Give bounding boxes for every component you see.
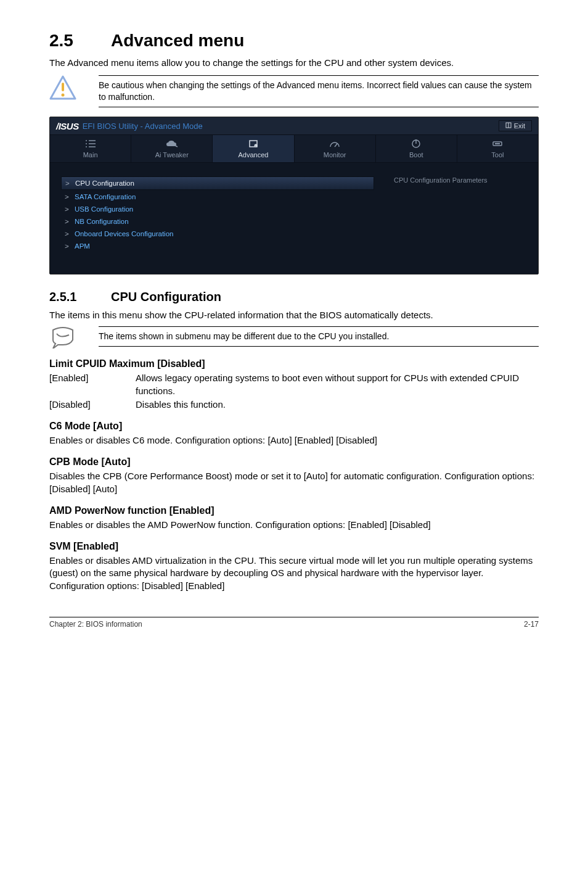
menu-item-label: Onboard Devices Configuration — [75, 230, 173, 237]
svg-rect-18 — [495, 143, 500, 144]
menu-item-onboard-devices[interactable]: > Onboard Devices Configuration — [61, 228, 374, 240]
svg-point-2 — [62, 94, 65, 97]
help-text: CPU Configuration Parameters — [394, 176, 529, 184]
option-value: Allows legacy operating systems to boot … — [136, 372, 539, 397]
note-icon — [49, 326, 86, 349]
tab-main[interactable]: Main — [50, 135, 131, 162]
warning-icon — [49, 75, 86, 100]
cloud-icon — [131, 138, 212, 150]
bios-tabs: Main Ai Tweaker i Advanced Monitor — [50, 135, 538, 163]
tab-ai-tweaker[interactable]: Ai Tweaker — [131, 135, 213, 162]
menu-item-label: APM — [75, 242, 90, 250]
option-body-c6: Enables or disables C6 mode. Configurati… — [49, 434, 539, 447]
menu-item-nb-configuration[interactable]: > NB Configuration — [61, 215, 374, 228]
chevron-right-icon: > — [65, 179, 71, 187]
option-body-powernow: Enables or disables the AMD PowerNow fun… — [49, 519, 539, 531]
menu-item-apm[interactable]: > APM — [61, 240, 374, 252]
bios-header: /ISUS EFI BIOS Utility - Advanced Mode E… — [50, 117, 538, 135]
option-heading-c6: C6 Mode [Auto] — [49, 421, 539, 432]
tab-label: Main — [50, 151, 131, 159]
section-number: 2.5 — [49, 31, 111, 51]
section-title-text: Advanced menu — [111, 31, 244, 50]
option-key: [Enabled] — [49, 372, 136, 397]
note-text: The items shown in submenu may be differ… — [99, 326, 539, 347]
option-row: [Disabled] Disables this function. — [49, 398, 539, 411]
warning-text: Be cautious when changing the settings o… — [99, 75, 539, 107]
subsection-intro: The items in this menu show the CPU-rela… — [49, 309, 539, 321]
section-intro: The Advanced menu items allow you to cha… — [49, 57, 539, 69]
option-body-svm: Enables or disables AMD virtualization i… — [49, 555, 539, 592]
subsection-title-text: CPU Configuration — [111, 290, 221, 303]
tab-monitor[interactable]: Monitor — [295, 135, 376, 162]
tab-label: Ai Tweaker — [131, 151, 212, 159]
menu-item-usb-configuration[interactable]: > USB Configuration — [61, 203, 374, 215]
bios-logo: /ISUS — [56, 121, 79, 131]
bios-screenshot: /ISUS EFI BIOS Utility - Advanced Mode E… — [49, 117, 539, 274]
chevron-right-icon: > — [65, 242, 71, 250]
option-key: [Disabled] — [49, 398, 136, 411]
tool-icon — [457, 138, 538, 150]
chip-icon: i — [213, 138, 293, 150]
tab-boot[interactable]: Boot — [376, 135, 457, 162]
tab-label: Boot — [376, 151, 457, 159]
bios-menu-list: > CPU Configuration > SATA Configuration… — [50, 163, 385, 274]
chevron-right-icon: > — [65, 193, 71, 200]
chevron-right-icon: > — [65, 230, 71, 237]
option-row: [Enabled] Allows legacy operating system… — [49, 372, 539, 397]
tab-advanced[interactable]: i Advanced — [213, 135, 294, 162]
menu-item-cpu-configuration[interactable]: > CPU Configuration — [61, 176, 374, 190]
option-heading-svm: SVM [Enabled] — [49, 541, 539, 552]
warning-notice: Be cautious when changing the settings o… — [49, 75, 539, 107]
info-notice: The items shown in submenu may be differ… — [49, 326, 539, 349]
subsection-number: 2.5.1 — [49, 290, 111, 304]
subsection-heading: 2.5.1CPU Configuration — [49, 290, 539, 304]
menu-item-label: NB Configuration — [75, 218, 129, 225]
exit-icon — [505, 122, 512, 130]
menu-item-label: USB Configuration — [75, 205, 133, 213]
menu-item-label: SATA Configuration — [75, 193, 136, 200]
gauge-icon — [295, 138, 375, 150]
svg-line-14 — [335, 144, 337, 147]
menu-item-sata-configuration[interactable]: > SATA Configuration — [61, 191, 374, 203]
menu-item-label: CPU Configuration — [75, 179, 134, 187]
option-heading-powernow: AMD PowerNow function [Enabled] — [49, 505, 539, 516]
option-value: Disables this function. — [136, 398, 539, 411]
page-footer: Chapter 2: BIOS information 2-17 — [49, 617, 539, 629]
bios-header-title: EFI BIOS Utility - Advanced Mode — [83, 122, 203, 131]
tab-tool[interactable]: Tool — [457, 135, 538, 162]
option-body-cpb: Disables the CPB (Core Performance Boost… — [49, 470, 539, 495]
tab-label: Tool — [457, 151, 538, 159]
svg-rect-1 — [62, 83, 64, 91]
option-heading-limit-cpuid: Limit CPUID Maximum [Disabled] — [49, 358, 539, 369]
svg-text:i: i — [255, 144, 256, 147]
bios-help-panel: CPU Configuration Parameters — [385, 163, 538, 274]
section-heading: 2.5Advanced menu — [49, 31, 539, 51]
tab-label: Monitor — [295, 151, 375, 159]
footer-left: Chapter 2: BIOS information — [49, 620, 142, 629]
option-heading-cpb: CPB Mode [Auto] — [49, 456, 539, 468]
footer-right: 2-17 — [524, 620, 539, 629]
tab-label: Advanced — [213, 151, 293, 159]
list-icon — [50, 138, 131, 150]
exit-button[interactable]: Exit — [499, 120, 532, 131]
chevron-right-icon: > — [65, 205, 71, 213]
power-icon — [376, 138, 457, 150]
exit-label: Exit — [514, 122, 525, 130]
chevron-right-icon: > — [65, 218, 71, 225]
